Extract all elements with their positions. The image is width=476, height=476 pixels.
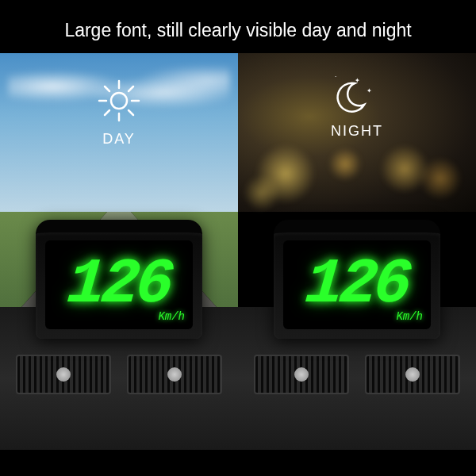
hud-device-night: 126 Km/h [274,220,440,339]
air-vent-right [127,355,222,394]
headline-text: Large font, still clearly visible day an… [0,0,476,53]
air-vent-left-night [254,355,349,394]
svg-line-7 [129,86,133,91]
sun-icon [95,77,143,125]
night-panel: ✦ ✦ · NIGHT 126 Km/h [238,53,476,450]
stars-decoration: ✦ ✦ · [323,73,378,121]
night-icon-group: ✦ ✦ · NIGHT [331,77,383,140]
svg-line-5 [105,86,109,91]
day-icon-group: DAY [95,77,143,148]
svg-line-6 [129,110,133,115]
speed-unit-day: Km/h [158,310,185,323]
svg-line-8 [105,110,109,115]
hud-device-day: 126 Km/h [36,220,202,339]
hud-screen: 126 Km/h [45,240,193,329]
day-panel: DAY 126 Km/h [0,53,238,450]
speed-reading-day: 126 [65,253,173,317]
day-label: DAY [95,131,143,148]
hud-screen-night: 126 Km/h [283,240,431,329]
speed-reading-night: 126 [303,253,411,317]
svg-point-0 [111,93,127,109]
night-label: NIGHT [331,123,383,140]
air-vent-right-night [365,355,460,394]
comparison-panels: DAY 126 Km/h ✦ ✦ · [0,53,476,450]
air-vent-left [16,355,111,394]
speed-unit-night: Km/h [396,310,423,323]
moon-icon: ✦ ✦ · [331,77,370,117]
